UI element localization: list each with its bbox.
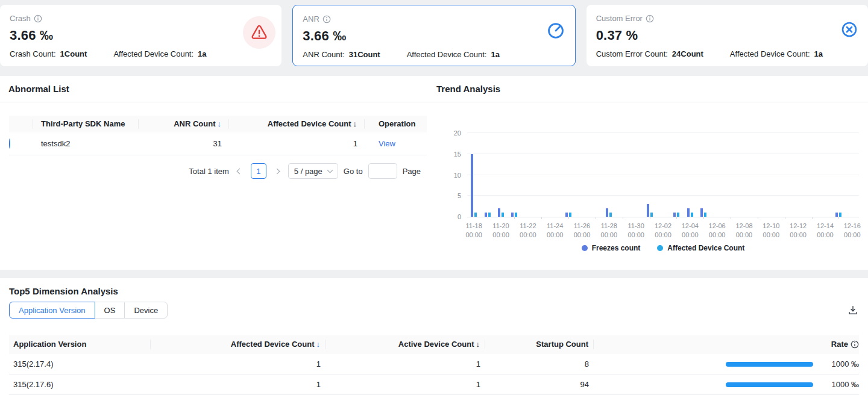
- custom-error-affected-stat: Affected Device Count:1a: [730, 49, 823, 58]
- trend-bar: [673, 213, 676, 217]
- crash-count-stat: Crash Count:1Count: [10, 49, 87, 58]
- sort-desc-icon[interactable]: ↓: [218, 119, 222, 128]
- active-cell: 1: [326, 380, 485, 389]
- table-row: 315(2.17.6) 1 1 94 1000 ‰: [9, 375, 859, 395]
- rate-value: 1000 ‰: [831, 359, 859, 368]
- trend-bar: [498, 208, 500, 217]
- tab-application-version[interactable]: Application Version: [9, 302, 95, 319]
- abnormal-list-table: Third-Party SDK Name ANR Count↓ Affected…: [0, 102, 427, 179]
- sort-desc-icon[interactable]: ↓: [353, 119, 357, 128]
- legend-label: Affected Device Count: [667, 244, 744, 252]
- x-axis-tick-mark: [650, 217, 650, 219]
- chevron-left-icon: [237, 168, 243, 174]
- metric-cards-row: Crash 3.66 ‰ Crash Count:1Count Affected…: [0, 0, 868, 66]
- x-axis-tick-mark: [703, 217, 704, 219]
- info-icon[interactable]: [322, 15, 331, 23]
- anr-affected-label: Affected Device Count:: [407, 50, 487, 59]
- trend-x-axis: 11-1800:0011-2000:0011-2200:0011-2400:00…: [467, 222, 859, 240]
- x-axis-tick-mark: [758, 217, 758, 219]
- column-header-active-device[interactable]: Active Device Count↓: [326, 340, 485, 349]
- column-header-anr-count[interactable]: ANR Count↓: [139, 119, 229, 129]
- row-radio-selected[interactable]: [9, 138, 10, 149]
- x-axis-tick-label: 11-1800:00: [465, 222, 482, 240]
- column-header-rate: Rate: [594, 340, 859, 349]
- custom-error-count-stat: Custom Error Count:24Count: [596, 49, 703, 58]
- page-size-select[interactable]: 5 / page: [288, 163, 338, 179]
- chevron-right-icon: [274, 168, 280, 174]
- crash-rate-value: 3.66 ‰: [10, 28, 272, 43]
- column-header-affected-device[interactable]: Affected Device Count↓: [151, 340, 326, 349]
- prev-page-button[interactable]: [234, 163, 245, 179]
- sort-desc-icon[interactable]: ↓: [476, 340, 480, 349]
- x-axis-tick-label: 12-0800:00: [735, 222, 752, 240]
- anr-affected-stat: Affected Device Count:1a: [407, 50, 500, 59]
- abnormal-list-title: Abnormal List: [8, 84, 69, 94]
- info-icon[interactable]: [646, 14, 654, 23]
- crash-card[interactable]: Crash 3.66 ‰ Crash Count:1Count Affected…: [0, 5, 281, 66]
- dimension-panel: Top5 Dimension Analysis Application Vers…: [0, 278, 868, 398]
- view-link[interactable]: View: [379, 139, 395, 148]
- chart-gridline: [467, 175, 859, 175]
- trend-plot: 05101520: [467, 133, 859, 217]
- anr-count-label: ANR Count:: [303, 50, 344, 59]
- crash-count-label: Crash Count:: [10, 49, 56, 58]
- rate-value: 1000 ‰: [831, 380, 859, 389]
- x-axis-tick-mark: [623, 217, 623, 219]
- tab-device[interactable]: Device: [124, 302, 168, 319]
- x-axis-tick-mark: [514, 217, 515, 219]
- dimension-tabs: Application Version OS Device: [9, 302, 168, 319]
- trend-bar: [704, 213, 706, 217]
- next-page-button[interactable]: [272, 163, 283, 179]
- sort-desc-icon[interactable]: ↓: [316, 340, 321, 349]
- page-size-value: 5 / page: [294, 167, 322, 176]
- trend-bar: [835, 213, 838, 217]
- crash-card-title: Crash: [10, 14, 31, 23]
- x-axis-tick-mark: [785, 217, 785, 219]
- trend-legend: Freezes countAffected Device Count: [467, 244, 859, 252]
- y-axis-tick-label: 0: [458, 213, 461, 220]
- dimension-title: Top5 Dimension Analysis: [9, 286, 859, 296]
- sdk-name-cell: testsdk2: [33, 139, 139, 148]
- anr-rate-value: 3.66 ‰: [303, 28, 565, 44]
- y-axis-tick-label: 5: [458, 192, 461, 199]
- rate-cell: 1000 ‰: [594, 380, 859, 389]
- trend-bar: [606, 208, 608, 217]
- goto-page-input[interactable]: [368, 163, 397, 179]
- custom-error-card[interactable]: Custom Error 0.37 % Custom Error Count:2…: [587, 5, 868, 66]
- anr-affected-value: 1a: [491, 50, 499, 59]
- info-icon[interactable]: [34, 14, 42, 23]
- trend-bar: [474, 213, 477, 217]
- rate-bar: [726, 382, 813, 387]
- trend-bar: [650, 213, 653, 217]
- x-axis-tick-mark: [676, 217, 677, 219]
- x-axis-tick-mark: [812, 217, 813, 219]
- warning-triangle-icon: [243, 16, 275, 49]
- chart-gridline: [467, 132, 859, 133]
- pagination-total: Total 1 item: [189, 167, 228, 176]
- column-header-affected-count[interactable]: Affected Device Count↓: [229, 119, 365, 129]
- legend-item[interactable]: Freezes count: [582, 244, 641, 252]
- anr-card-title: ANR: [303, 14, 319, 23]
- x-axis-tick-label: 12-0200:00: [655, 222, 671, 240]
- trend-bar: [565, 213, 568, 217]
- error-circle-icon: [840, 20, 858, 39]
- crash-count-value: 1Count: [60, 49, 87, 58]
- x-axis-tick-mark: [488, 217, 488, 219]
- trend-bar: [471, 154, 473, 217]
- y-axis-tick-label: 15: [454, 151, 461, 158]
- x-axis-tick-label: 12-1000:00: [763, 222, 779, 240]
- custom-error-affected-value: 1a: [814, 49, 823, 58]
- trend-bar: [488, 213, 491, 217]
- page-number-button[interactable]: 1: [251, 163, 266, 179]
- legend-item[interactable]: Affected Device Count: [657, 244, 744, 252]
- affected-cell: 1: [151, 359, 326, 368]
- active-cell: 1: [326, 359, 485, 368]
- tab-os[interactable]: OS: [95, 302, 125, 319]
- anr-card[interactable]: ANR 3.66 ‰ ANR Count:31Count Affected De…: [292, 5, 575, 66]
- column-header-startup-count: Startup Count: [485, 340, 594, 349]
- download-icon[interactable]: [848, 305, 858, 316]
- startup-cell: 94: [485, 380, 594, 389]
- rate-cell: 1000 ‰: [594, 359, 859, 368]
- x-axis-tick-label: 12-1200:00: [790, 222, 807, 240]
- info-icon[interactable]: [851, 340, 859, 349]
